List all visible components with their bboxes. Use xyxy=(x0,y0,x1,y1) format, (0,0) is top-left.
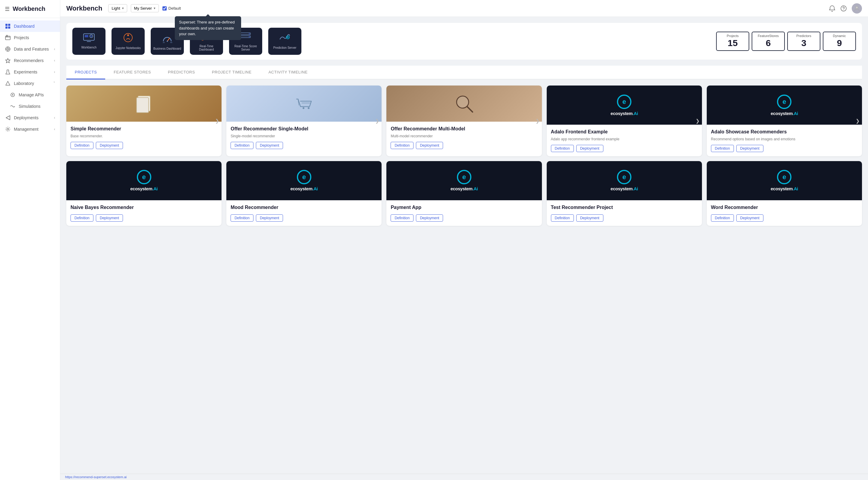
definition-btn-mood[interactable]: Definition xyxy=(230,214,253,221)
project-body-naive-bayes: Naive Bayes Recommender Definition Deplo… xyxy=(66,200,221,226)
svg-point-7 xyxy=(7,48,9,50)
definition-btn-offer-single[interactable]: Definition xyxy=(230,142,253,149)
hamburger-icon[interactable]: ☰ xyxy=(5,6,10,12)
svg-point-27 xyxy=(127,34,129,36)
project-card-payment-app[interactable]: e ecosystem.Ai Payment App Definition De… xyxy=(386,161,541,226)
sidebar-item-projects[interactable]: Projects xyxy=(0,32,60,43)
deployment-btn-payment-app[interactable]: Deployment xyxy=(416,214,443,221)
definition-btn-adalo-showcase[interactable]: Definition xyxy=(711,145,734,152)
sidebar-item-recommenders[interactable]: Recommenders ‹ xyxy=(0,55,60,66)
definition-btn-adalo-frontend[interactable]: Definition xyxy=(551,145,574,152)
tooltip-bubble: Superset: There are pre-defined dashboar… xyxy=(175,16,241,40)
project-img-offer-multi xyxy=(386,85,541,122)
app-icon-workbench[interactable]: Workbench xyxy=(72,28,105,55)
stats-row: Projects 15 FeatureStores 6 Predictors 3… xyxy=(716,32,856,51)
project-card-word-recommender[interactable]: e ecosystem.Ai Word Recommender Definiti… xyxy=(707,161,862,226)
definition-btn-word-recommender[interactable]: Definition xyxy=(711,214,734,221)
project-card-offer-single[interactable]: Offer Recommender Single-Model Single-mo… xyxy=(226,85,381,156)
project-title-adalo-showcase: Adalo Showcase Recommenders xyxy=(711,129,858,135)
project-img-payment-app: e ecosystem.Ai xyxy=(386,161,541,200)
project-title-word-recommender: Word Recommender xyxy=(711,204,858,211)
definition-btn-test-recommender[interactable]: Definition xyxy=(551,214,574,221)
app-icon-prediction-server[interactable]: Prediction Server xyxy=(268,28,301,55)
project-card-simple-recommender[interactable]: Simple Recommender Base recommender. Def… xyxy=(66,85,221,156)
svg-rect-3 xyxy=(8,27,10,29)
sidebar-item-manage-apis-label: Manage APIs xyxy=(19,93,55,97)
project-card-naive-bayes[interactable]: e ecosystem.Ai Naive Bayes Recommender D… xyxy=(66,161,221,226)
deployment-btn-word-recommender[interactable]: Deployment xyxy=(736,214,764,221)
sidebar-item-data-features-label: Data and Features xyxy=(14,47,51,52)
deployment-btn-offer-multi[interactable]: Deployment xyxy=(416,142,443,149)
eco-circle-icon4: e xyxy=(297,170,311,184)
project-actions-word-recommender: Definition Deployment xyxy=(711,214,858,221)
project-card-mood[interactable]: e ecosystem.Ai Mood Recommender Definiti… xyxy=(226,161,381,226)
deployment-btn-adalo-showcase[interactable]: Deployment xyxy=(736,145,764,152)
sidebar-item-experiments[interactable]: Experiments ‹ xyxy=(0,66,60,78)
sidebar-item-simulations[interactable]: Simulations xyxy=(0,101,60,112)
tab-predictors[interactable]: PREDICTORS xyxy=(159,66,204,79)
sidebar-item-laboratory[interactable]: Laboratory ˅ xyxy=(0,78,60,89)
svg-point-20 xyxy=(856,6,858,9)
default-checkbox-group: Default xyxy=(162,6,181,10)
svg-line-28 xyxy=(167,38,170,41)
definition-btn-payment-app[interactable]: Definition xyxy=(391,214,413,221)
data-features-icon xyxy=(5,46,11,52)
svg-point-36 xyxy=(249,36,250,37)
project-actions-mood: Definition Deployment xyxy=(230,214,377,221)
tab-activity-timeline[interactable]: ACTIVITY TIMELINE xyxy=(260,66,316,79)
svg-point-16 xyxy=(12,94,13,96)
svg-point-18 xyxy=(841,6,846,11)
stat-projects-value: 15 xyxy=(720,38,746,48)
project-card-adalo-frontend[interactable]: e ecosystem.Ai Adalo Frontend Example Ad… xyxy=(547,85,702,156)
eco-circle-icon7: e xyxy=(777,170,792,184)
sidebar-item-data-features[interactable]: Data and Features ‹ xyxy=(0,43,60,55)
tab-projects[interactable]: PROJECTS xyxy=(66,66,105,79)
recommenders-icon xyxy=(5,58,11,63)
sidebar-item-experiments-label: Experiments xyxy=(14,70,51,74)
project-actions-adalo-showcase: Definition Deployment xyxy=(711,145,858,152)
default-checkbox[interactable] xyxy=(162,6,167,10)
deployment-btn-mood[interactable]: Deployment xyxy=(256,214,283,221)
svg-point-29 xyxy=(167,41,168,42)
deployment-btn-naive-bayes[interactable]: Deployment xyxy=(96,214,123,221)
avatar[interactable] xyxy=(852,3,862,13)
svg-point-35 xyxy=(249,33,250,34)
definition-btn-simple-recommender[interactable]: Definition xyxy=(70,142,93,149)
sidebar-item-deployments[interactable]: Deployments ‹ xyxy=(0,112,60,124)
tab-feature-stores[interactable]: FEATURE STORES xyxy=(105,66,159,79)
project-card-test-recommender[interactable]: e ecosystem.Ai Test Recommender Project … xyxy=(547,161,702,226)
eco-logo-word-recommender: e ecosystem.Ai xyxy=(771,170,798,191)
deployment-btn-simple-recommender[interactable]: Deployment xyxy=(96,142,123,149)
sidebar-item-management[interactable]: Management ‹ xyxy=(0,124,60,135)
project-img-naive-bayes: e ecosystem.Ai xyxy=(66,161,221,200)
project-card-adalo-showcase[interactable]: e ecosystem.Ai Adalo Showcase Recommende… xyxy=(707,85,862,156)
definition-btn-offer-multi[interactable]: Definition xyxy=(391,142,413,149)
definition-btn-naive-bayes[interactable]: Definition xyxy=(70,214,93,221)
laboratory-chevron: ˅ xyxy=(53,81,55,85)
app-icon-jupyter[interactable]: Jupyter Notebooks xyxy=(112,28,145,55)
project-img-adalo-frontend: e ecosystem.Ai xyxy=(547,85,702,125)
deployment-btn-test-recommender[interactable]: Deployment xyxy=(576,214,603,221)
theme-select[interactable]: Light ▾ xyxy=(108,4,127,12)
server-chevron-icon: ▾ xyxy=(154,6,156,10)
project-title-payment-app: Payment App xyxy=(391,204,537,211)
eco-text6: ecosystem.Ai xyxy=(611,186,638,191)
realtime-dash-label: Real-Time Dashboard xyxy=(192,44,221,51)
deployment-btn-offer-single[interactable]: Deployment xyxy=(256,142,283,149)
score-server-icon xyxy=(240,32,251,43)
sidebar-item-dashboard[interactable]: Dashboard xyxy=(0,21,60,32)
server-select[interactable]: My Server ▾ xyxy=(131,4,159,12)
project-card-offer-multi[interactable]: Offer Recommender Multi-Model Multi-mode… xyxy=(386,85,541,156)
sidebar-item-manage-apis[interactable]: Manage APIs xyxy=(0,89,60,101)
data-features-chevron: ‹ xyxy=(54,47,55,51)
tab-project-timeline[interactable]: PROJECT TIMELINE xyxy=(204,66,260,79)
tabs-row: PROJECTS FEATURE STORES PREDICTORS PROJE… xyxy=(66,66,862,79)
workbench-icon xyxy=(83,33,95,44)
notifications-button[interactable] xyxy=(829,5,835,12)
eco-text2: ecosystem.Ai xyxy=(771,111,798,116)
project-actions-adalo-frontend: Definition Deployment xyxy=(551,145,698,152)
deployment-btn-adalo-frontend[interactable]: Deployment xyxy=(576,145,603,152)
jupyter-label: Jupyter Notebooks xyxy=(116,46,141,50)
svg-rect-2 xyxy=(5,27,7,29)
help-button[interactable] xyxy=(840,5,847,12)
